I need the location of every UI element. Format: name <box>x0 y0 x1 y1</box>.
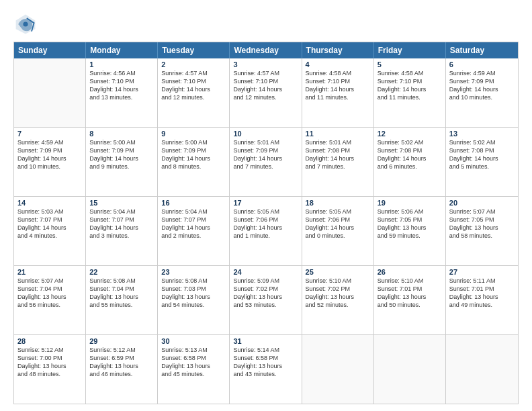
cell-text: Sunrise: 5:07 AM Sunset: 7:04 PM Dayligh… <box>17 277 82 310</box>
day-number: 9 <box>161 130 226 138</box>
calendar-cell: 31Sunrise: 5:14 AM Sunset: 6:58 PM Dayli… <box>230 335 302 404</box>
calendar-cell: 26Sunrise: 5:10 AM Sunset: 7:01 PM Dayli… <box>374 266 446 334</box>
calendar-cell <box>446 335 518 404</box>
header-day-sunday: Sunday <box>14 42 86 58</box>
cell-text: Sunrise: 5:11 AM Sunset: 7:01 PM Dayligh… <box>449 277 515 310</box>
cell-text: Sunrise: 5:10 AM Sunset: 7:02 PM Dayligh… <box>306 277 370 310</box>
day-number: 3 <box>233 60 298 68</box>
day-number: 12 <box>378 130 442 138</box>
header <box>13 12 519 36</box>
cell-text: Sunrise: 5:12 AM Sunset: 7:00 PM Dayligh… <box>17 346 82 379</box>
page: SundayMondayTuesdayWednesdayThursdayFrid… <box>0 0 532 411</box>
day-number: 25 <box>306 268 370 276</box>
calendar-cell: 23Sunrise: 5:08 AM Sunset: 7:03 PM Dayli… <box>158 266 230 334</box>
cell-text: Sunrise: 4:59 AM Sunset: 7:09 PM Dayligh… <box>449 69 515 102</box>
header-day-monday: Monday <box>86 42 158 58</box>
calendar-cell: 4Sunrise: 4:58 AM Sunset: 7:10 PM Daylig… <box>302 58 374 127</box>
day-number: 10 <box>233 130 298 138</box>
header-day-friday: Friday <box>374 42 446 58</box>
day-number: 7 <box>17 130 82 138</box>
cell-text: Sunrise: 5:12 AM Sunset: 6:59 PM Dayligh… <box>89 346 154 379</box>
day-number: 19 <box>378 199 442 207</box>
calendar-cell: 14Sunrise: 5:03 AM Sunset: 7:07 PM Dayli… <box>14 197 86 265</box>
cell-text: Sunrise: 5:04 AM Sunset: 7:07 PM Dayligh… <box>161 208 226 240</box>
cell-text: Sunrise: 5:14 AM Sunset: 6:58 PM Dayligh… <box>233 346 298 379</box>
cell-text: Sunrise: 5:03 AM Sunset: 7:07 PM Dayligh… <box>17 208 82 240</box>
day-number: 1 <box>89 60 154 68</box>
calendar-cell: 25Sunrise: 5:10 AM Sunset: 7:02 PM Dayli… <box>302 266 374 334</box>
day-number: 29 <box>89 337 154 345</box>
day-number: 21 <box>17 268 82 276</box>
calendar-cell: 7Sunrise: 4:59 AM Sunset: 7:09 PM Daylig… <box>14 128 86 196</box>
calendar-cell <box>14 58 86 127</box>
calendar-cell: 11Sunrise: 5:01 AM Sunset: 7:08 PM Dayli… <box>302 128 374 196</box>
cell-text: Sunrise: 5:04 AM Sunset: 7:07 PM Dayligh… <box>89 208 154 240</box>
day-number: 26 <box>378 268 442 276</box>
calendar-cell: 5Sunrise: 4:58 AM Sunset: 7:10 PM Daylig… <box>374 58 446 127</box>
calendar-cell: 15Sunrise: 5:04 AM Sunset: 7:07 PM Dayli… <box>86 197 158 265</box>
day-number: 13 <box>449 130 515 138</box>
calendar-cell: 24Sunrise: 5:09 AM Sunset: 7:02 PM Dayli… <box>230 266 302 334</box>
day-number: 18 <box>306 199 370 207</box>
calendar-cell: 21Sunrise: 5:07 AM Sunset: 7:04 PM Dayli… <box>14 266 86 334</box>
calendar-cell: 30Sunrise: 5:13 AM Sunset: 6:58 PM Dayli… <box>158 335 230 404</box>
cell-text: Sunrise: 4:58 AM Sunset: 7:10 PM Dayligh… <box>306 69 370 102</box>
cell-text: Sunrise: 5:02 AM Sunset: 7:08 PM Dayligh… <box>378 138 442 171</box>
day-number: 5 <box>378 60 442 68</box>
calendar-body: 1Sunrise: 4:56 AM Sunset: 7:10 PM Daylig… <box>14 58 518 404</box>
day-number: 11 <box>306 130 370 138</box>
header-day-saturday: Saturday <box>446 42 518 58</box>
day-number: 23 <box>161 268 226 276</box>
calendar-cell <box>302 335 374 404</box>
cell-text: Sunrise: 5:09 AM Sunset: 7:02 PM Dayligh… <box>233 277 298 310</box>
calendar-cell: 22Sunrise: 5:08 AM Sunset: 7:04 PM Dayli… <box>86 266 158 334</box>
calendar: SundayMondayTuesdayWednesdayThursdayFrid… <box>13 42 519 404</box>
day-number: 27 <box>449 268 515 276</box>
calendar-cell: 20Sunrise: 5:07 AM Sunset: 7:05 PM Dayli… <box>446 197 518 265</box>
calendar-week-5: 28Sunrise: 5:12 AM Sunset: 7:00 PM Dayli… <box>14 335 518 404</box>
cell-text: Sunrise: 4:59 AM Sunset: 7:09 PM Dayligh… <box>17 138 82 171</box>
calendar-cell: 2Sunrise: 4:57 AM Sunset: 7:10 PM Daylig… <box>158 58 230 127</box>
day-number: 4 <box>306 60 370 68</box>
cell-text: Sunrise: 5:05 AM Sunset: 7:06 PM Dayligh… <box>233 208 298 240</box>
cell-text: Sunrise: 4:56 AM Sunset: 7:10 PM Dayligh… <box>89 69 154 102</box>
cell-text: Sunrise: 5:06 AM Sunset: 7:05 PM Dayligh… <box>378 208 442 240</box>
calendar-header-row: SundayMondayTuesdayWednesdayThursdayFrid… <box>14 42 518 58</box>
day-number: 16 <box>161 199 226 207</box>
calendar-week-3: 14Sunrise: 5:03 AM Sunset: 7:07 PM Dayli… <box>14 197 518 266</box>
logo-icon <box>13 12 38 36</box>
cell-text: Sunrise: 5:00 AM Sunset: 7:09 PM Dayligh… <box>89 138 154 171</box>
header-day-thursday: Thursday <box>302 42 374 58</box>
calendar-cell: 16Sunrise: 5:04 AM Sunset: 7:07 PM Dayli… <box>158 197 230 265</box>
cell-text: Sunrise: 4:57 AM Sunset: 7:10 PM Dayligh… <box>161 69 226 102</box>
calendar-cell: 19Sunrise: 5:06 AM Sunset: 7:05 PM Dayli… <box>374 197 446 265</box>
cell-text: Sunrise: 5:01 AM Sunset: 7:08 PM Dayligh… <box>306 138 370 171</box>
day-number: 8 <box>89 130 154 138</box>
calendar-cell: 18Sunrise: 5:05 AM Sunset: 7:06 PM Dayli… <box>302 197 374 265</box>
cell-text: Sunrise: 5:08 AM Sunset: 7:03 PM Dayligh… <box>161 277 226 310</box>
cell-text: Sunrise: 5:02 AM Sunset: 7:08 PM Dayligh… <box>449 138 515 171</box>
cell-text: Sunrise: 5:10 AM Sunset: 7:01 PM Dayligh… <box>378 277 442 310</box>
calendar-cell <box>374 335 446 404</box>
calendar-week-4: 21Sunrise: 5:07 AM Sunset: 7:04 PM Dayli… <box>14 266 518 335</box>
cell-text: Sunrise: 5:08 AM Sunset: 7:04 PM Dayligh… <box>89 277 154 310</box>
day-number: 15 <box>89 199 154 207</box>
cell-text: Sunrise: 4:57 AM Sunset: 7:10 PM Dayligh… <box>233 69 298 102</box>
calendar-cell: 1Sunrise: 4:56 AM Sunset: 7:10 PM Daylig… <box>86 58 158 127</box>
day-number: 20 <box>449 199 515 207</box>
header-day-wednesday: Wednesday <box>230 42 302 58</box>
calendar-cell: 6Sunrise: 4:59 AM Sunset: 7:09 PM Daylig… <box>446 58 518 127</box>
cell-text: Sunrise: 5:05 AM Sunset: 7:06 PM Dayligh… <box>306 208 370 240</box>
day-number: 6 <box>449 60 515 68</box>
cell-text: Sunrise: 5:07 AM Sunset: 7:05 PM Dayligh… <box>449 208 515 240</box>
day-number: 28 <box>17 337 82 345</box>
cell-text: Sunrise: 5:01 AM Sunset: 7:09 PM Dayligh… <box>233 138 298 171</box>
calendar-week-1: 1Sunrise: 4:56 AM Sunset: 7:10 PM Daylig… <box>14 58 518 128</box>
day-number: 22 <box>89 268 154 276</box>
svg-point-1 <box>23 21 28 26</box>
cell-text: Sunrise: 4:58 AM Sunset: 7:10 PM Dayligh… <box>378 69 442 102</box>
calendar-cell: 17Sunrise: 5:05 AM Sunset: 7:06 PM Dayli… <box>230 197 302 265</box>
day-number: 2 <box>161 60 226 68</box>
cell-text: Sunrise: 5:13 AM Sunset: 6:58 PM Dayligh… <box>161 346 226 379</box>
calendar-cell: 12Sunrise: 5:02 AM Sunset: 7:08 PM Dayli… <box>374 128 446 196</box>
